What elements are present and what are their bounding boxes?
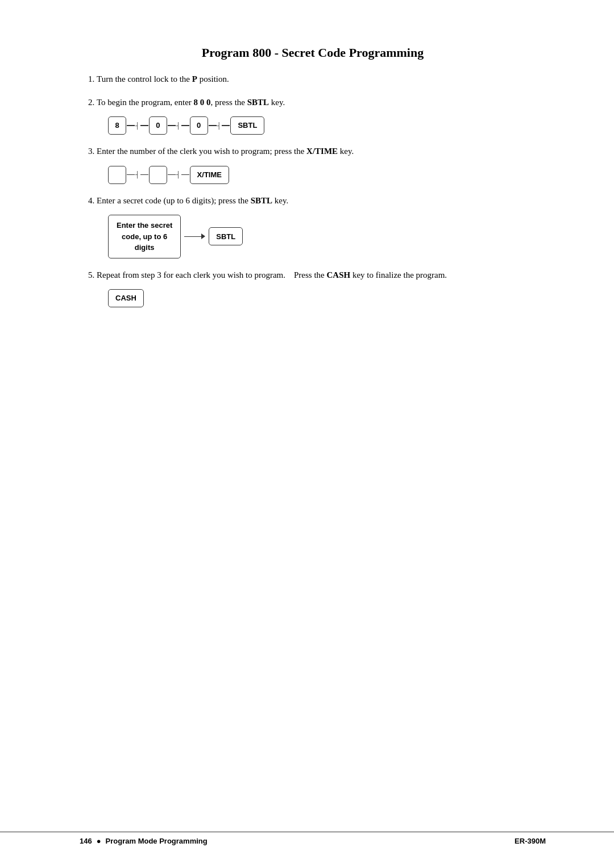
key-cash: CASH bbox=[108, 289, 144, 307]
key-empty-1 bbox=[108, 166, 126, 184]
page-title: Program 800 - Secret Code Programming bbox=[80, 45, 546, 60]
step-2: To begin the program, enter 8 0 0, press… bbox=[97, 96, 546, 135]
step-1: Turn the control lock to the P position. bbox=[97, 73, 546, 86]
secret-label-line1: Enter the secret bbox=[117, 221, 172, 229]
footer-bullet: ● bbox=[97, 837, 101, 845]
key-sbtl-2: SBTL bbox=[209, 227, 243, 245]
page: Program 800 - Secret Code Programming Tu… bbox=[0, 0, 614, 868]
secret-label-box: Enter the secret code, up to 6 digits bbox=[108, 215, 181, 258]
connector-4: ┤ bbox=[127, 170, 148, 180]
steps-list: Turn the control lock to the P position.… bbox=[97, 73, 546, 307]
step-5: Repeat from step 3 for each clerk you wi… bbox=[97, 269, 546, 308]
diagram-xtime: ┤ ┤ X/TIME bbox=[108, 166, 546, 184]
key-0-second: 0 bbox=[190, 116, 208, 135]
secret-label-line2: code, up to 6 bbox=[122, 232, 167, 241]
step-4: Enter a secret code (up to 6 digits); pr… bbox=[97, 194, 546, 258]
connector-5: ┤ bbox=[168, 170, 189, 180]
step-4-text: Enter a secret code (up to 6 digits); pr… bbox=[97, 196, 288, 205]
key-xtime: X/TIME bbox=[190, 166, 229, 184]
connector-3: ┤ bbox=[209, 121, 230, 131]
diagram-secret-sbtl: Enter the secret code, up to 6 digits SB… bbox=[108, 215, 546, 258]
step-3: Enter the number of the clerk you wish t… bbox=[97, 145, 546, 184]
secret-label-line3: digits bbox=[135, 243, 155, 252]
footer: 146 ● Program Mode Programming ER-390M bbox=[0, 832, 614, 845]
footer-left: 146 ● Program Mode Programming bbox=[80, 837, 208, 845]
key-8: 8 bbox=[108, 116, 126, 135]
diagram-cash: CASH bbox=[108, 289, 546, 307]
footer-section: Program Mode Programming bbox=[106, 837, 208, 845]
connector-2: ┤ bbox=[168, 121, 189, 131]
step-3-text: Enter the number of the clerk you wish t… bbox=[97, 147, 354, 156]
step-5-text: Repeat from step 3 for each clerk you wi… bbox=[97, 270, 447, 279]
key-sbtl-1: SBTL bbox=[230, 116, 264, 135]
key-0-first: 0 bbox=[149, 116, 167, 135]
connector-1: ┤ bbox=[127, 121, 148, 131]
step-1-text: Turn the control lock to the P position. bbox=[97, 74, 229, 84]
key-empty-2 bbox=[149, 166, 167, 184]
footer-page-number: 146 bbox=[80, 837, 92, 845]
footer-model: ER-390M bbox=[515, 837, 546, 845]
diagram-800-sbtl: 8 ┤ 0 ┤ 0 ┤ SBTL bbox=[108, 116, 546, 135]
arrow-to-sbtl bbox=[184, 233, 205, 239]
step-2-text: To begin the program, enter 8 0 0, press… bbox=[97, 98, 285, 107]
